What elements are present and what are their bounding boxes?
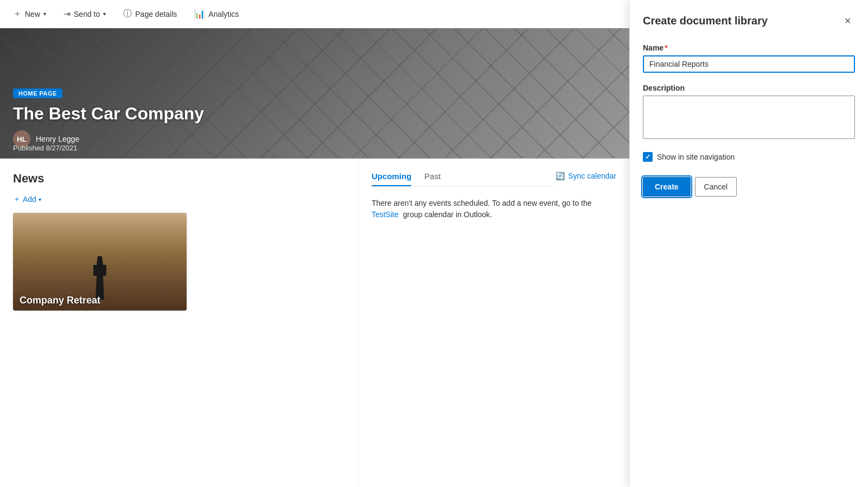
name-field-group: Name* [643, 43, 855, 73]
news-section: News ＋ Add ▾ Company Retreat [0, 159, 358, 487]
plus-icon: ＋ [13, 8, 22, 20]
published-date: Published 8/27/2021 [0, 142, 91, 156]
share-icon: ⇥ [63, 9, 71, 19]
show-nav-label: Show in site navigation [657, 153, 735, 161]
hero-overlay: HOME PAGE The Best Car Company HL Henry … [0, 75, 629, 159]
dropdown-icon-2: ▾ [103, 11, 106, 17]
dropdown-icon: ▾ [43, 11, 46, 17]
events-tabs: Upcoming Past [372, 172, 556, 187]
toolbar: ＋ New ▾ ⇥ Send to ▾ ⓘ Page details 📊 Ana… [0, 0, 629, 28]
tab-past[interactable]: Past [424, 172, 441, 186]
plus-icon-news: ＋ [13, 194, 21, 204]
description-field-group: Description [643, 84, 855, 141]
description-label: Description [643, 84, 855, 92]
news-add-button[interactable]: ＋ Add ▾ [13, 194, 345, 204]
new-label: New [25, 10, 40, 18]
page-body: News ＋ Add ▾ Company Retreat Upcoming Pa… [0, 159, 629, 487]
description-input[interactable] [643, 96, 855, 139]
panel-header: Create document library ✕ [643, 13, 855, 28]
panel-actions: Create Cancel [643, 177, 855, 197]
cancel-button[interactable]: Cancel [695, 177, 737, 197]
homepage-badge: HOME PAGE [13, 88, 62, 98]
events-section: Upcoming Past 🔄 Sync calendar There aren… [358, 159, 629, 487]
hero-title: The Best Car Company [13, 104, 616, 124]
send-to-label: Send to [74, 10, 100, 18]
info-icon: ⓘ [123, 8, 132, 20]
news-card-title: Company Retreat [20, 295, 100, 306]
events-empty-message: There aren't any events scheduled. To ad… [372, 198, 616, 220]
news-title: News [13, 172, 345, 186]
hero-author: HL Henry Legge [13, 130, 616, 148]
analytics-button[interactable]: 📊 Analytics [190, 7, 243, 21]
main-content: ＋ New ▾ ⇥ Send to ▾ ⓘ Page details 📊 Ana… [0, 0, 629, 487]
news-card[interactable]: Company Retreat [13, 213, 187, 311]
send-to-button[interactable]: ⇥ Send to ▾ [59, 7, 110, 21]
name-input[interactable] [643, 55, 855, 73]
hero-section: HOME PAGE The Best Car Company HL Henry … [0, 28, 629, 159]
testsite-link[interactable]: TestSite [372, 210, 399, 219]
person-silhouette [89, 256, 111, 300]
checkmark-icon: ✓ [645, 153, 650, 161]
close-panel-button[interactable]: ✕ [840, 13, 855, 28]
news-card-image: Company Retreat [13, 213, 187, 311]
create-library-panel: Create document library ✕ Name* Descript… [629, 0, 868, 487]
sync-calendar-button[interactable]: 🔄 Sync calendar [556, 172, 616, 180]
tab-upcoming[interactable]: Upcoming [372, 172, 411, 186]
dropdown-icon-3: ▾ [39, 197, 41, 203]
show-nav-group: ✓ Show in site navigation [643, 152, 855, 162]
new-button[interactable]: ＋ New ▾ [9, 6, 50, 22]
page-details-button[interactable]: ⓘ Page details [119, 6, 181, 22]
analytics-label: Analytics [208, 10, 239, 18]
create-button[interactable]: Create [643, 177, 691, 197]
sync-icon: 🔄 [556, 172, 565, 180]
name-label: Name* [643, 43, 855, 52]
page-details-label: Page details [135, 10, 177, 18]
analytics-icon: 📊 [194, 9, 205, 19]
show-nav-checkbox[interactable]: ✓ [643, 152, 653, 162]
panel-title: Create document library [643, 15, 768, 27]
